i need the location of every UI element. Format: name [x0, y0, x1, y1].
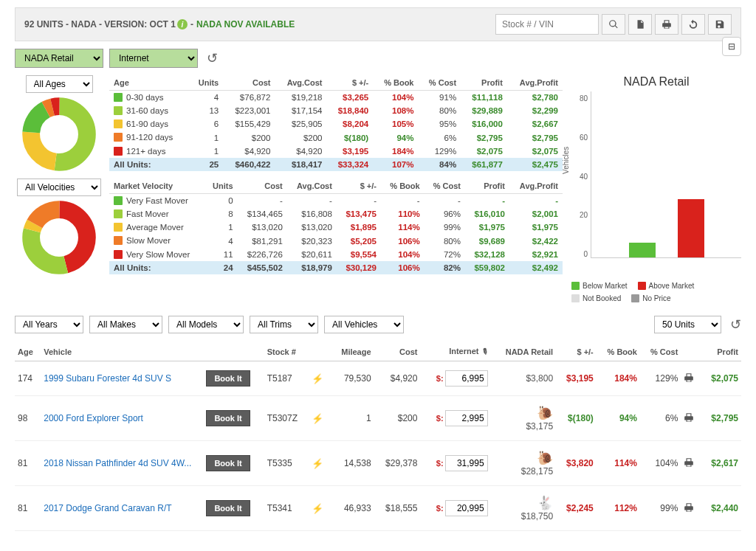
col-header[interactable]: % Book [373, 75, 418, 91]
vehicle-col-header[interactable]: $ +/- [556, 342, 597, 361]
bolt-icon[interactable]: ⚡ [312, 373, 323, 384]
models-filter[interactable]: All Models [168, 316, 244, 333]
col-header[interactable]: % Book [381, 179, 425, 194]
stock-cell: T5335 [264, 441, 309, 486]
collapse-button[interactable]: ⊟ [722, 37, 741, 56]
velocity-filter-select[interactable]: All Velocities [17, 179, 101, 196]
top-bar: 92 UNITS - NADA - VERSION: OCT 1 i - NAD… [15, 7, 741, 41]
col-header[interactable]: Cost [223, 75, 275, 91]
chart-bar[interactable] [629, 243, 656, 257]
nada-available-label[interactable]: NADA NOV AVAILABLE [196, 19, 295, 30]
col-header[interactable]: Profit [465, 179, 509, 194]
age-filter-select[interactable]: All Ages [26, 75, 93, 93]
book-it-button[interactable]: Book It [206, 370, 250, 387]
reset-filters-icon[interactable]: ↺ [730, 316, 741, 333]
vehicle-col-header[interactable] [203, 342, 264, 361]
print-row-icon[interactable] [684, 460, 694, 470]
chart-bar[interactable] [678, 199, 704, 257]
vehicle-link[interactable]: 2018 Nissan Pathfinder 4d SUV 4W... [44, 458, 191, 468]
book-it-button[interactable]: Book It [206, 410, 250, 426]
stats-row[interactable]: Fast Mover 8$134,465$16,808 $13,475110% … [109, 207, 563, 221]
vehicle-link[interactable]: 1999 Subaru Forester 4d SUV S [44, 373, 171, 384]
undo-icon[interactable]: ↺ [207, 50, 218, 66]
stats-row[interactable]: Average Mover 1$13,020$13,020 $1,895114%… [109, 221, 563, 234]
internet-price-input[interactable] [445, 500, 488, 516]
col-header[interactable]: Units [189, 75, 223, 91]
col-header[interactable]: Cost [238, 179, 287, 194]
vehicle-col-header[interactable]: Age [15, 342, 41, 361]
pagesize-select[interactable]: 50 Units [654, 316, 721, 333]
stats-row[interactable]: Very Fast Mover 0-- -- --- [109, 194, 563, 208]
profit-cell: $2,075 [701, 361, 741, 396]
col-header[interactable]: Avg.Profit [507, 75, 563, 91]
print-row-icon[interactable] [684, 415, 694, 425]
cost-cell: $4,920 [374, 361, 421, 396]
col-header[interactable]: Avg.Cost [287, 179, 337, 194]
vehicles-filter[interactable]: All Vehicles [324, 316, 404, 333]
print-row-icon[interactable] [684, 505, 694, 515]
cost-cell: $200 [374, 396, 421, 441]
velocity-donut-chart [22, 201, 96, 274]
document-icon[interactable] [628, 14, 652, 35]
col-header[interactable]: Avg.Profit [509, 179, 563, 194]
col-header[interactable]: Units [205, 179, 237, 194]
vehicle-col-header[interactable]: Mileage [330, 342, 374, 361]
book-it-button[interactable]: Book It [206, 500, 250, 516]
years-filter[interactable]: All Years [15, 316, 83, 333]
vehicle-link[interactable]: 2017 Dodge Grand Caravan R/T [44, 503, 171, 513]
age-cell: 81 [15, 441, 41, 486]
vehicle-col-header[interactable]: NADA Retail [491, 342, 557, 361]
mileage-cell: 46,933 [330, 486, 374, 531]
vehicle-col-header[interactable]: Vehicle [41, 342, 203, 361]
bolt-icon[interactable]: ⚡ [312, 458, 323, 469]
page-title: 92 UNITS - NADA - VERSION: OCT 1 [24, 19, 176, 30]
search-input[interactable] [495, 14, 599, 35]
pcost-cell: 104% [640, 441, 681, 486]
internet-price-input[interactable] [445, 410, 488, 426]
refresh-icon[interactable] [681, 14, 705, 35]
vehicle-link[interactable]: 2000 Ford Explorer Sport [44, 413, 143, 423]
search-button[interactable] [602, 14, 625, 35]
stats-row[interactable]: Slow Mover 4$81,291$20,323 $5,205106% 80… [109, 234, 563, 247]
vehicle-col-header[interactable]: Profit [701, 342, 741, 361]
col-header[interactable]: Avg.Cost [275, 75, 326, 91]
chart-y-label: Vehicles [562, 147, 570, 174]
print-row-icon[interactable] [684, 375, 694, 385]
guide-select[interactable]: NADA Retail [15, 49, 103, 68]
vehicle-col-header[interactable]: Stock # [264, 342, 309, 361]
vehicle-col-header[interactable]: Internet ✎ [420, 342, 490, 361]
book-it-button[interactable]: Book It [206, 455, 250, 471]
stats-row[interactable]: 61-90 days 6$155,429$25,905 $8,204105% 9… [109, 117, 563, 131]
stats-row[interactable]: 121+ days 1$4,920$4,920 $3,195184% 129%$… [109, 145, 563, 158]
legend-item: Below Market [571, 282, 628, 290]
col-header[interactable]: Profit [461, 75, 507, 91]
retail-cell: 🐌$28,175 [491, 441, 557, 486]
col-header[interactable]: Age [109, 75, 189, 91]
trims-filter[interactable]: All Trims [250, 316, 318, 333]
internet-price-input[interactable] [445, 370, 488, 387]
stats-row[interactable]: 91-120 days 1$200$200 $(180)94% 6%$2,795… [109, 131, 563, 144]
vehicle-table: AgeVehicleStock #MileageCostInternet ✎NA… [15, 342, 741, 531]
vehicle-col-header[interactable] [309, 342, 330, 361]
makes-filter[interactable]: All Makes [89, 316, 162, 333]
col-header[interactable]: Market Velocity [109, 179, 205, 194]
vehicle-col-header[interactable]: Cost [374, 342, 421, 361]
info-icon[interactable]: i [177, 19, 188, 30]
vehicle-col-header[interactable]: % Cost [640, 342, 681, 361]
stats-row[interactable]: Very Slow Mover 11$226,726$20,611 $9,554… [109, 248, 563, 261]
source-select[interactable]: Internet [109, 49, 198, 68]
col-header[interactable]: $ +/- [327, 75, 374, 91]
col-header[interactable]: $ +/- [337, 179, 381, 194]
stats-row[interactable]: 31-60 days 13$223,001$17,154 $18,840108%… [109, 104, 563, 117]
print-icon[interactable] [655, 14, 678, 35]
bolt-icon[interactable]: ⚡ [312, 413, 323, 424]
col-header[interactable]: % Cost [425, 179, 465, 194]
bolt-icon[interactable]: ⚡ [312, 503, 323, 514]
vehicle-col-header[interactable] [681, 342, 701, 361]
col-header[interactable]: % Cost [418, 75, 461, 91]
save-icon[interactable] [708, 14, 732, 35]
vehicle-col-header[interactable]: % Book [597, 342, 640, 361]
vehicle-row: 81 2017 Dodge Grand Caravan R/T Book It … [15, 486, 741, 531]
internet-price-input[interactable] [445, 455, 488, 471]
stats-row[interactable]: 0-30 days 4$76,872$19,218 $3,265104% 91%… [109, 91, 563, 105]
